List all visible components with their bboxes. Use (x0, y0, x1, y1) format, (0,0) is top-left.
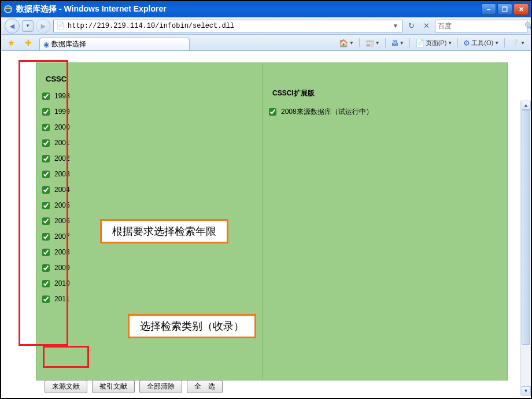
year-row-1999: 1999 (42, 108, 70, 116)
year-label: 2001 (54, 139, 70, 147)
home-button[interactable]: 🏠▼ (337, 37, 356, 49)
checkbox-year-2008[interactable] (42, 249, 50, 256)
action-buttons: 来源文献 被引文献 全部清除 全 选 (45, 380, 223, 393)
scroll-track[interactable] (521, 110, 531, 386)
address-bar[interactable]: 📄 ▼ (53, 20, 402, 32)
checkbox-year-2011[interactable] (42, 295, 50, 303)
checkbox-year-2002[interactable] (42, 155, 50, 162)
maximize-button[interactable]: ❐ (497, 3, 512, 15)
year-row-2007: 2007 (42, 232, 70, 241)
year-row-2005: 2005 (42, 201, 70, 209)
vertical-scrollbar[interactable]: ▲ ▼ (520, 101, 531, 396)
feeds-button[interactable]: 📰▼ (363, 37, 382, 49)
source-docs-button[interactable]: 来源文献 (45, 380, 87, 393)
checkbox-year-2005[interactable] (42, 202, 50, 209)
refresh-button[interactable]: ↻ (405, 20, 418, 32)
page-content: CSSCI 1998199920002001200220032004200520… (1, 51, 531, 398)
year-row-2009: 2009 (42, 264, 70, 272)
year-label: 2002 (54, 154, 70, 162)
search-bar[interactable]: 🔍 (435, 20, 527, 32)
ie-icon (3, 5, 13, 14)
checkbox-year-2003[interactable] (42, 171, 50, 178)
tab-bar: ★ ✚ ◉ 数据库选择 🏠▼ 📰▼ 🖶▼ 📄页面(P)▼ ⚙工具(O)▼ ❔▼ (1, 35, 531, 51)
year-label: 2000 (54, 123, 70, 131)
window-title: 数据库选择 - Windows Internet Explorer (16, 4, 481, 14)
ext-item-label: 2008来源数据库（试运行中） (281, 107, 373, 117)
year-row-2011: 2011 (42, 295, 70, 303)
checkbox-year-2004[interactable] (42, 186, 50, 194)
url-input[interactable] (68, 22, 391, 30)
scroll-thumb[interactable] (522, 110, 530, 345)
command-bar: 🏠▼ 📰▼ 🖶▼ 📄页面(P)▼ ⚙工具(O)▼ ❔▼ (337, 37, 527, 50)
cited-docs-button[interactable]: 被引文献 (92, 380, 135, 393)
tab-current[interactable]: ◉ 数据库选择 (39, 38, 190, 50)
year-label: 2005 (54, 201, 70, 209)
checkbox-year-2000[interactable] (42, 124, 50, 131)
year-row-2000: 2000 (42, 123, 70, 131)
year-label: 2010 (54, 279, 70, 287)
clear-all-button[interactable]: 全部清除 (139, 380, 182, 393)
search-button[interactable]: 🔍 (524, 22, 532, 30)
year-label: 1998 (54, 92, 70, 100)
tab-title: 数据库选择 (51, 39, 86, 49)
year-row-2002: 2002 (42, 154, 70, 162)
print-button[interactable]: 🖶▼ (389, 37, 407, 49)
svg-point-0 (5, 6, 12, 13)
tab-page-icon: ◉ (43, 40, 49, 49)
page-type-icon: 📄 (56, 21, 65, 31)
cssci-ext-item: 2008来源数据库（试运行中） (269, 107, 373, 117)
cssci-ext-header: CSSCI扩展版 (272, 88, 315, 98)
year-label: 2004 (54, 186, 70, 194)
year-list: 1998199920002001200220032004200520062007… (42, 92, 70, 303)
annotation-year: 根据要求选择检索年限 (100, 219, 228, 243)
checkbox-ext-2008[interactable] (269, 108, 276, 116)
favorites-icon[interactable]: ★ (5, 36, 17, 49)
year-label: 2006 (54, 217, 70, 225)
checkbox-year-2007[interactable] (42, 233, 50, 241)
year-label: 1999 (54, 108, 70, 116)
add-favorite-icon[interactable]: ✚ (22, 36, 35, 49)
checkbox-year-2001[interactable] (42, 139, 50, 147)
checkbox-year-1999[interactable] (42, 108, 50, 116)
annotation-category: 选择检索类别（收录） (128, 314, 256, 338)
year-row-2008: 2008 (42, 248, 70, 256)
help-button[interactable]: ❔▼ (508, 37, 527, 49)
page-menu[interactable]: 📄页面(P)▼ (413, 37, 455, 49)
year-label: 2003 (54, 170, 70, 178)
checkbox-year-1998[interactable] (42, 93, 50, 100)
minimize-button[interactable]: – (481, 3, 496, 15)
search-input[interactable] (438, 22, 524, 30)
back-button[interactable]: ◄ (5, 19, 20, 34)
page-menu-label: 页面(P) (426, 39, 447, 47)
tools-menu[interactable]: ⚙工具(O)▼ (461, 37, 501, 49)
select-all-button[interactable]: 全 选 (187, 380, 223, 393)
scroll-down-button[interactable]: ▼ (522, 386, 531, 396)
year-label: 2007 (54, 232, 70, 241)
tools-menu-label: 工具(O) (471, 39, 493, 47)
year-row-2006: 2006 (42, 217, 70, 225)
year-label: 2009 (54, 264, 70, 272)
close-button[interactable]: ✕ (513, 3, 529, 15)
back-history-button[interactable]: ▼ (22, 20, 34, 32)
year-row-2003: 2003 (42, 170, 70, 178)
checkbox-year-2009[interactable] (42, 264, 50, 272)
checkbox-year-2010[interactable] (42, 280, 50, 287)
checkbox-year-2006[interactable] (42, 217, 50, 225)
year-label: 2011 (54, 295, 70, 303)
panel-divider (262, 63, 263, 380)
url-dropdown[interactable]: ▼ (391, 23, 400, 29)
window-titlebar: 数据库选择 - Windows Internet Explorer – ❐ ✕ (1, 1, 531, 17)
scroll-up-button[interactable]: ▲ (522, 101, 531, 110)
year-label: 2008 (54, 248, 70, 256)
forward-button[interactable]: ► (36, 19, 51, 34)
navigation-bar: ◄ ▼ ► 📄 ▼ ↻ ✕ 🔍 (1, 17, 531, 35)
year-row-2001: 2001 (42, 139, 70, 147)
year-row-2010: 2010 (42, 279, 70, 287)
year-row-2004: 2004 (42, 186, 70, 194)
stop-button[interactable]: ✕ (420, 20, 433, 32)
selection-panel: CSSCI 1998199920002001200220032004200520… (36, 62, 508, 380)
cssci-header: CSSCI (46, 75, 69, 83)
year-row-1998: 1998 (42, 92, 70, 100)
